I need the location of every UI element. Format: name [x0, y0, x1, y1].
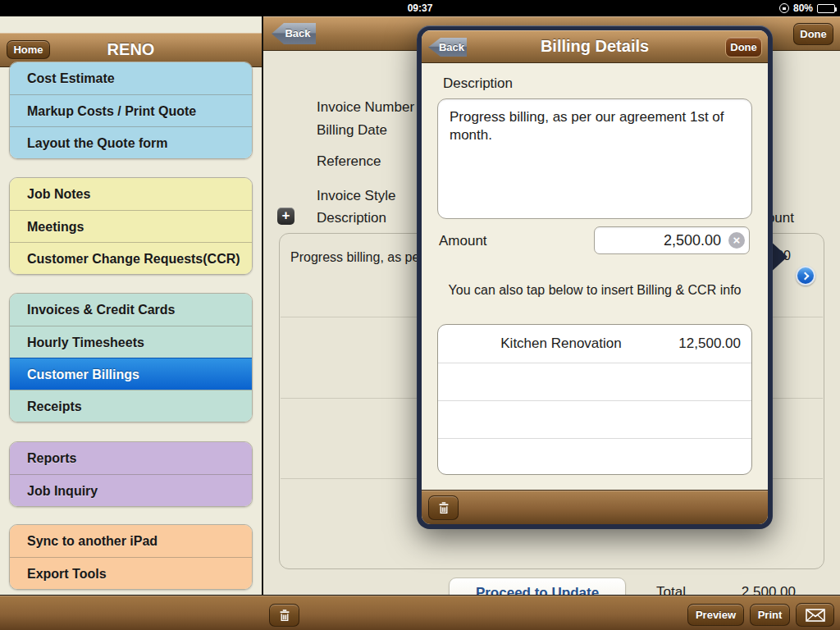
delete-button[interactable] [269, 604, 299, 627]
sidebar-item-reports[interactable]: Reports [10, 442, 252, 474]
picker-row-amount: 12,500.00 [678, 325, 741, 362]
trash-icon [277, 608, 292, 623]
sidebar-item-customer-billings[interactable]: Customer Billings [10, 358, 252, 390]
clear-amount-button[interactable]: × [728, 232, 745, 249]
amount-label: Amount [439, 233, 487, 249]
picker-row[interactable] [438, 363, 751, 400]
clock: 09:37 [0, 2, 840, 14]
plus-icon: + [282, 208, 290, 223]
reference-label: Reference [317, 153, 381, 170]
battery-percent: 80% [793, 2, 813, 14]
popover-done-button[interactable]: Done [725, 37, 762, 57]
clear-x-icon: × [733, 233, 741, 247]
invoice-style-label: Invoice Style [317, 188, 395, 204]
main-done-button[interactable]: Done [793, 23, 833, 45]
email-button[interactable] [796, 603, 834, 627]
sidebar-item-job-notes[interactable]: Job Notes [10, 178, 252, 210]
panel-divider [262, 16, 263, 630]
description-label: Description [443, 75, 513, 92]
sidebar-item-export-tools[interactable]: Export Tools [10, 557, 252, 589]
billing-ccr-picker: Kitchen Renovation 12,500.00 [437, 324, 752, 475]
billing-date-label: Billing Date [317, 122, 387, 139]
sidebar-item-customer-change-requests-ccr[interactable]: Customer Change Requests(CCR) [10, 242, 252, 274]
sidebar-group-tools: Sync to another iPadExport Tools [9, 524, 253, 590]
sidebar-item-meetings[interactable]: Meetings [10, 210, 252, 242]
sidebar-item-receipts[interactable]: Receipts [10, 390, 252, 422]
sidebar-item-job-inquiry[interactable]: Job Inquiry [10, 474, 252, 506]
print-button[interactable]: Print [750, 604, 790, 626]
billing-details-popover: Back Billing Details Done Description Pr… [417, 25, 773, 529]
invoice-number-label: Invoice Number [317, 99, 414, 116]
popover-body: Description Progress billing, as per our… [422, 63, 768, 490]
description-textarea[interactable]: Progress billing, as per our agreement 1… [437, 98, 752, 219]
sidebar-group-billing: Invoices & Credit CardsHourly Timesheets… [9, 293, 253, 422]
insert-hint-text: You can also tap below to insert Billing… [422, 283, 768, 298]
sidebar-item-cost-estimate[interactable]: Cost Estimate [10, 62, 252, 94]
amount-input[interactable]: 2,500.00 [594, 226, 750, 254]
trash-icon [436, 500, 451, 515]
sidebar-item-invoices-credit-cards[interactable]: Invoices & Credit Cards [10, 294, 252, 326]
picker-row[interactable] [438, 400, 751, 438]
preview-button[interactable]: Preview [687, 604, 744, 626]
popover-delete-button[interactable] [428, 495, 459, 520]
popover-title: Billing Details [422, 30, 768, 62]
popover-toolbar [422, 490, 768, 524]
rotation-lock-icon [779, 3, 789, 13]
sidebar-item-sync-to-another-ipad[interactable]: Sync to another iPad [10, 525, 252, 557]
sidebar-item-markup-costs-print-quote[interactable]: Markup Costs / Print Quote [10, 94, 252, 126]
picker-row[interactable] [438, 438, 751, 475]
row-detail-disclosure-button[interactable] [796, 266, 815, 285]
chevron-right-icon [801, 272, 810, 281]
picker-row[interactable]: Kitchen Renovation 12,500.00 [438, 325, 751, 363]
status-bar: 09:37 80% [0, 0, 840, 16]
add-line-button[interactable]: + [277, 208, 294, 225]
sidebar-menu: Cost EstimateMarkup Costs / Print QuoteL… [0, 51, 262, 595]
picker-row-name: Kitchen Renovation [438, 325, 684, 362]
sidebar-item-layout-the-quote-form[interactable]: Layout the Quote form [10, 126, 252, 158]
battery-icon [817, 4, 835, 13]
sidebar-group-reports: ReportsJob Inquiry [9, 441, 253, 507]
sidebar-item-hourly-timesheets[interactable]: Hourly Timesheets [10, 326, 252, 358]
sidebar: Home RENO Cost EstimateMarkup Costs / Pr… [0, 16, 262, 630]
description-column-header: Description [317, 210, 386, 226]
sidebar-group-estimate: Cost EstimateMarkup Costs / Print QuoteL… [9, 62, 253, 159]
bottom-toolbar: Preview Print [0, 595, 840, 630]
popover-header: Back Billing Details Done [422, 30, 768, 63]
sidebar-group-notes: Job NotesMeetingsCustomer Change Request… [9, 177, 253, 275]
envelope-icon [806, 609, 825, 622]
